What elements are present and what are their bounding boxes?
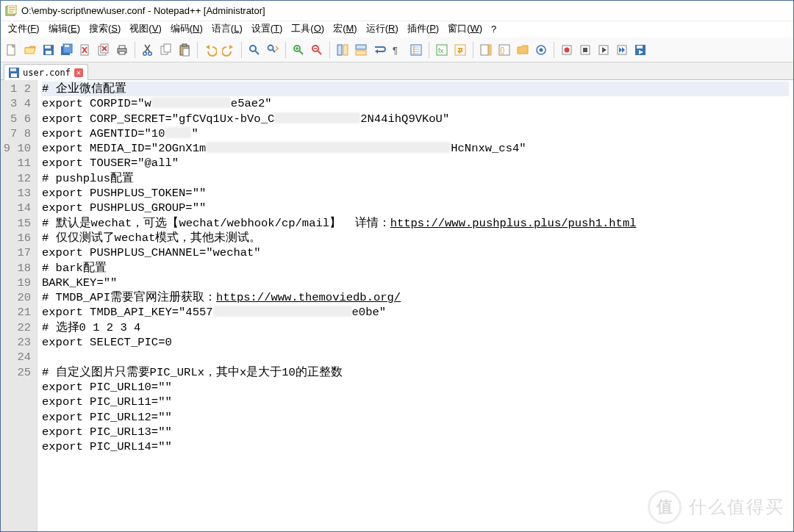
svg-point-36 (268, 45, 273, 50)
toolbar-monitor[interactable] (533, 42, 549, 58)
lang-icon: fx (435, 43, 448, 57)
svg-rect-62 (489, 45, 491, 55)
toolbar-cut[interactable] (140, 42, 156, 58)
menu-item-M[interactable]: 宏(M) (329, 21, 362, 37)
code-area[interactable]: # 企业微信配置 export CORPID="we5ae2" export C… (37, 80, 793, 531)
svg-marker-32 (206, 45, 210, 49)
toolbar-close-all[interactable] (96, 42, 112, 58)
toolbar-play[interactable] (596, 42, 612, 58)
menu-item-S[interactable]: 搜索(S) (85, 21, 125, 37)
toolbar-open-file[interactable] (22, 42, 38, 58)
save-all-icon (60, 43, 74, 57)
toolbar-record[interactable] (559, 42, 575, 58)
window-title: O:\emby-script\new\user.conf - Notepad++… (21, 5, 265, 16)
disk-icon (9, 68, 19, 78)
toolbar-separator (473, 42, 473, 58)
toolbar-save-macro[interactable] (632, 42, 648, 58)
svg-rect-77 (637, 46, 643, 48)
menu-item-E[interactable]: 编辑(E) (44, 21, 85, 37)
toolbar-sync-v[interactable] (335, 42, 351, 58)
toolbar-folder[interactable] (515, 42, 531, 58)
toolbar-play-multi[interactable] (614, 42, 630, 58)
undo-icon (204, 43, 217, 57)
toolbar-redo[interactable] (221, 42, 237, 58)
menu-item-P[interactable]: 插件(P) (403, 21, 443, 37)
save-file-icon (42, 43, 55, 57)
toolbar-doc-map[interactable] (478, 42, 494, 58)
toolbar-find[interactable] (246, 42, 262, 58)
menu-item-W[interactable]: 窗口(W) (443, 21, 487, 37)
svg-marker-33 (229, 45, 233, 49)
toolbar-stop[interactable] (577, 42, 593, 58)
file-tab-user-conf[interactable]: user.conf ✕ (4, 64, 88, 80)
svg-line-37 (273, 50, 275, 52)
svg-text:{}: {} (500, 46, 505, 54)
toolbar: ¶fx{} (1, 37, 793, 62)
svg-rect-28 (164, 44, 171, 52)
print-icon (115, 43, 129, 57)
toolbar-lang[interactable]: fx (434, 42, 450, 58)
close-all-icon (97, 43, 110, 57)
toolbar-save-file[interactable] (40, 42, 57, 58)
toolbar-save-all[interactable] (59, 42, 75, 58)
svg-line-39 (299, 51, 303, 54)
svg-rect-21 (119, 46, 125, 48)
open-file-icon (24, 43, 37, 57)
svg-rect-61 (481, 45, 488, 55)
menu-item-L[interactable]: 语言(L) (207, 21, 247, 37)
play-icon (597, 43, 610, 57)
toolbar-separator (554, 42, 554, 58)
menu-item-T[interactable]: 设置(T) (247, 21, 287, 37)
svg-rect-47 (356, 45, 366, 49)
new-file-icon (5, 43, 18, 57)
toolbar-close-file[interactable] (77, 42, 93, 58)
toolbar-undo[interactable] (202, 42, 218, 58)
svg-rect-81 (11, 73, 17, 77)
tab-strip: user.conf ✕ (1, 62, 793, 80)
link[interactable]: https://www.pushplus.plus/push1.html (390, 217, 637, 230)
toolbar-wrap[interactable] (371, 42, 387, 58)
paste-icon (178, 43, 191, 57)
link[interactable]: https://www.themoviedb.org/ (216, 291, 401, 304)
monitor-icon (534, 43, 548, 57)
close-icon[interactable]: ✕ (74, 68, 83, 77)
toolbar-print[interactable] (114, 42, 130, 58)
svg-rect-9 (46, 51, 51, 54)
svg-point-25 (143, 51, 147, 55)
menu-item-help[interactable]: ? (487, 22, 501, 36)
editor: 1 2 3 4 5 6 7 8 9 10 11 12 13 14 15 16 1… (1, 80, 793, 531)
toolbar-zoom-out[interactable] (309, 42, 325, 58)
close-file-icon (79, 43, 92, 57)
toolbar-separator (135, 42, 135, 58)
svg-point-34 (250, 46, 256, 51)
toolbar-replace[interactable] (265, 42, 281, 58)
toolbar-all-chars[interactable]: ¶ (390, 42, 406, 58)
svg-rect-12 (65, 45, 69, 47)
folder-icon (516, 43, 529, 57)
menu-item-N[interactable]: 编码(N) (166, 21, 207, 37)
toolbar-zoom-in[interactable] (290, 42, 307, 58)
svg-point-68 (565, 47, 570, 52)
svg-text:¶: ¶ (393, 45, 398, 56)
toolbar-paste[interactable] (176, 42, 193, 58)
toolbar-sync-h[interactable] (353, 42, 369, 58)
toolbar-copy[interactable] (158, 42, 174, 58)
toolbar-indent-guide[interactable] (408, 42, 424, 58)
svg-text:fx: fx (438, 47, 444, 54)
toolbar-new-file[interactable] (4, 42, 20, 58)
toolbar-func-list[interactable]: {} (496, 42, 512, 58)
stop-icon (579, 43, 592, 57)
svg-rect-30 (182, 44, 187, 46)
menu-item-V[interactable]: 视图(V) (125, 21, 165, 37)
title-bar: O:\emby-script\new\user.conf - Notepad++… (1, 1, 793, 21)
file-tab-label: user.conf (23, 68, 71, 78)
toolbar-eol[interactable] (452, 42, 468, 58)
menu-item-O[interactable]: 工具(O) (287, 21, 329, 37)
notepadpp-icon (5, 5, 17, 17)
menu-item-F[interactable]: 文件(F) (4, 21, 44, 37)
svg-rect-22 (119, 51, 125, 54)
zoom-out-icon (310, 43, 323, 57)
zoom-in-icon (292, 43, 305, 57)
eol-icon (454, 43, 467, 57)
menu-item-R[interactable]: 运行(R) (362, 21, 403, 37)
